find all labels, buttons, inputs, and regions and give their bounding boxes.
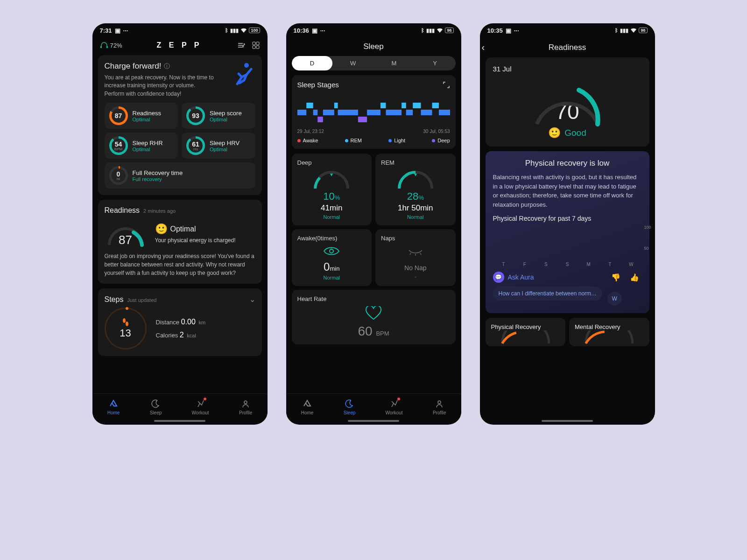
status-bar: 10:36 ▣ ··· ᛒ ▮▮▮ 96 — [286, 23, 461, 37]
svg-rect-1 — [106, 46, 108, 48]
sleep-stages-chart — [297, 93, 450, 126]
svg-rect-23 — [413, 103, 421, 108]
signal-icon: ▮▮▮ — [230, 28, 239, 34]
sleep-stages-card[interactable]: Sleep Stages — [292, 75, 456, 149]
status-app-icon: ▣ — [312, 27, 317, 34]
bluetooth-icon: ᛒ — [225, 28, 228, 33]
awake-tile[interactable]: Awake(0times) 0min Normal — [292, 229, 372, 286]
rem-sleep-tile[interactable]: REM 28% 1hr 50min Normal — [375, 154, 456, 225]
svg-rect-0 — [100, 46, 102, 48]
svg-rect-11 — [306, 103, 313, 108]
steps-card[interactable]: Steps Just updated ⌄ 13 Distance 0.00 km — [98, 288, 262, 356]
svg-rect-16 — [338, 110, 358, 115]
suggestion-pill[interactable]: How can I differentiate between norm… — [493, 287, 603, 301]
svg-rect-19 — [380, 103, 386, 108]
chevron-down-icon[interactable]: ⌄ — [249, 295, 255, 304]
eye-icon — [297, 245, 366, 257]
status-bar: 10:35 ▣ ··· ᛒ ▮▮▮ 96 — [480, 23, 655, 37]
home-icon — [108, 399, 119, 409]
status-more-icon: ··· — [514, 27, 519, 34]
nav-home[interactable]: Home — [107, 399, 120, 415]
segment-year[interactable]: Y — [415, 56, 456, 70]
readiness-card[interactable]: Readiness 2 minutes ago 87 🙂 Optimal — [98, 200, 262, 284]
nav-sleep[interactable]: Sleep — [344, 399, 356, 415]
readiness-big-gauge: 70 — [525, 77, 609, 124]
profile-icon — [240, 399, 251, 409]
svg-point-6 — [244, 63, 249, 68]
nav-profile[interactable]: Profile — [239, 399, 252, 415]
nav-profile[interactable]: Profile — [433, 399, 446, 415]
physical-recovery-card: Physical recovery is low Balancing rest … — [486, 151, 649, 313]
suggestion-pill-2[interactable]: W — [607, 292, 622, 306]
grid-icon[interactable] — [252, 41, 260, 49]
bottom-nav: Home Sleep Workout Profile — [92, 393, 268, 418]
metric-sleep-score[interactable]: 93 Sleep score Optimal — [182, 103, 255, 129]
segment-month[interactable]: M — [374, 56, 415, 70]
home-indicator[interactable] — [542, 420, 593, 422]
back-button[interactable]: ‹ — [482, 42, 485, 53]
status-time: 10:35 — [487, 27, 503, 34]
readiness-gauge: 87 — [105, 219, 147, 247]
svg-rect-14 — [323, 110, 334, 115]
screen-header: ‹ Readiness — [480, 37, 655, 57]
heart-rate-tile[interactable]: Heart Rate 60 BPM — [292, 290, 456, 344]
headphones-icon — [100, 42, 108, 49]
device-battery-pct: 72% — [110, 42, 122, 49]
segment-day[interactable]: D — [292, 56, 333, 70]
mental-recovery-tile[interactable]: Mental Recovery — [569, 318, 649, 346]
status-app-icon: ▣ — [115, 27, 120, 34]
naps-tile[interactable]: Naps No Nap ⌄ — [375, 229, 456, 286]
runner-icon — [230, 61, 256, 87]
closed-eye-icon — [381, 247, 450, 257]
svg-rect-17 — [358, 117, 366, 122]
svg-rect-26 — [438, 110, 450, 115]
svg-marker-27 — [330, 174, 333, 176]
signal-icon: ▮▮▮ — [426, 28, 435, 34]
svg-point-9 — [244, 401, 247, 404]
segment-week[interactable]: W — [332, 56, 374, 70]
moon-icon — [344, 399, 354, 409]
thumbs-down-button[interactable]: 👎 — [608, 273, 623, 282]
aura-icon: 💬 — [493, 272, 504, 283]
home-indicator[interactable] — [348, 420, 399, 422]
svg-rect-21 — [402, 103, 406, 108]
nav-workout[interactable]: Workout — [192, 399, 209, 415]
thumbs-up-button[interactable]: 👍 — [627, 273, 642, 282]
metric-sleep-hrv[interactable]: 61ms Sleep HRV Optimal — [182, 133, 255, 159]
metric-readiness[interactable]: 87 Readiness Optimal — [105, 103, 178, 129]
svg-marker-28 — [414, 174, 417, 176]
bluetooth-icon: ᛒ — [421, 28, 424, 33]
screen-title: Sleep — [286, 37, 461, 56]
home-icon — [302, 399, 312, 409]
expand-icon[interactable] — [443, 81, 450, 89]
svg-rect-20 — [386, 110, 402, 115]
sort-icon[interactable] — [237, 41, 245, 49]
device-battery[interactable]: 72% — [100, 42, 122, 49]
workout-icon — [195, 399, 205, 409]
wifi-icon — [630, 28, 637, 33]
nav-home[interactable]: Home — [301, 399, 314, 415]
wifi-icon — [240, 28, 247, 33]
info-icon[interactable]: ⓘ — [164, 62, 170, 70]
metric-sleep-rhr[interactable]: 54BPM Sleep RHR Optimal — [105, 133, 178, 159]
nav-sleep[interactable]: Sleep — [150, 399, 162, 415]
nav-workout[interactable]: Workout — [386, 399, 403, 415]
metric-recovery-time[interactable]: 0hr Full Recovery time Full recovery — [105, 162, 255, 189]
smile-icon: 🙂 — [155, 223, 168, 235]
bluetooth-icon: ᛒ — [615, 28, 618, 33]
home-indicator[interactable] — [154, 420, 205, 422]
battery-icon: 96 — [639, 28, 647, 33]
physical-recovery-tile[interactable]: Physical Recovery — [486, 318, 566, 346]
phone-screen-sleep: 10:36 ▣ ··· ᛒ ▮▮▮ 96 Sleep D W M Y Sleep… — [286, 23, 461, 425]
charge-forward-card[interactable]: Charge forward! ⓘ You are at peak recove… — [98, 55, 262, 195]
svg-rect-18 — [367, 110, 381, 115]
svg-rect-2 — [253, 42, 255, 45]
ask-aura-button[interactable]: Ask Aura — [508, 273, 605, 281]
svg-point-30 — [438, 401, 441, 404]
status-time: 7:31 — [100, 27, 112, 34]
deep-sleep-tile[interactable]: Deep 10% 41min Normal — [292, 154, 372, 225]
readiness-gauge-card[interactable]: 31 Jul 70 🙂 Good — [486, 57, 649, 147]
signal-icon: ▮▮▮ — [620, 28, 628, 34]
svg-rect-24 — [421, 110, 432, 115]
status-more-icon: ··· — [123, 27, 128, 34]
